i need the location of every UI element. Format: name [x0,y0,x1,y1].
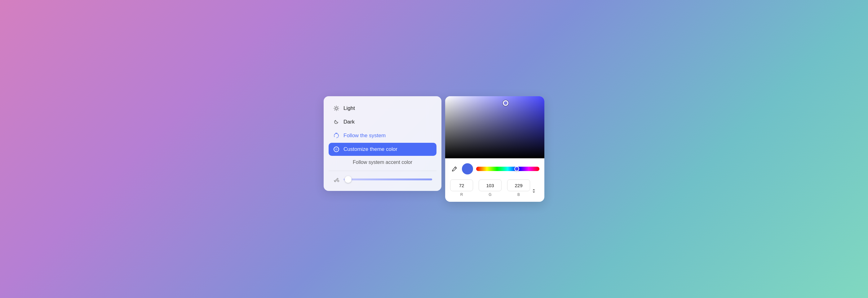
color-controls: R G B [445,158,545,202]
color-mode-switcher[interactable] [532,183,536,193]
green-label: G [489,192,491,197]
circle-color-icon [333,146,340,153]
svg-line-5 [335,106,335,107]
svg-line-8 [335,110,335,110]
follow-accent-item[interactable]: Follow system accent color [329,157,436,168]
red-input-group: R [450,180,473,197]
opacity-slider-row [329,173,436,185]
blue-label: B [517,192,520,197]
moon-icon [333,118,340,126]
controls-row [450,163,539,174]
paint-icon [333,176,340,183]
hue-slider-thumb [514,166,519,171]
rgb-inputs-row: R G B [450,180,539,197]
blue-input-group: B [507,180,530,197]
dark-menu-item[interactable]: Dark [329,115,436,129]
svg-point-12 [338,180,339,182]
svg-point-9 [334,136,335,137]
opacity-slider-track[interactable] [343,179,432,180]
theme-menu-panel: Light Dark Follow the system [323,96,441,191]
dark-label: Dark [343,119,354,125]
follow-system-label: Follow the system [343,133,385,139]
opacity-slider-thumb[interactable] [345,176,351,183]
light-menu-item[interactable]: Light [329,102,436,115]
green-input[interactable] [478,180,502,191]
svg-point-13 [452,170,453,171]
follow-accent-label: Follow system accent color [353,160,412,165]
main-container: Light Dark Follow the system [323,96,545,202]
light-label: Light [343,105,355,111]
customize-theme-label: Customize theme color [343,146,397,153]
blue-input[interactable] [507,180,530,191]
svg-line-7 [338,106,338,107]
svg-point-0 [335,107,338,110]
system-icon [333,132,340,139]
sun-icon [333,105,340,112]
color-gradient [445,96,545,158]
red-label: R [460,192,463,197]
green-input-group: G [478,180,502,197]
color-canvas[interactable] [445,96,545,158]
customize-theme-menu-item[interactable]: Customize theme color [329,143,436,156]
color-picker-panel: R G B [445,96,545,202]
eyedropper-button[interactable] [450,164,459,173]
canvas-cursor [503,100,508,106]
svg-line-6 [338,110,338,110]
divider [329,171,436,171]
hue-slider[interactable] [476,167,539,171]
red-input[interactable] [450,180,473,191]
color-swatch [462,163,473,174]
follow-system-menu-item[interactable]: Follow the system [329,129,436,142]
svg-point-11 [335,148,338,151]
